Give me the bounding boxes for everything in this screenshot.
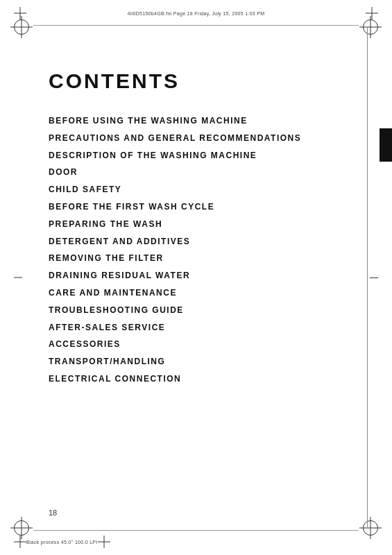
top-horizontal-rule <box>33 25 359 26</box>
right-register-mark <box>380 128 392 162</box>
corner-mark-bottom-right <box>363 520 378 536</box>
side-tick-right <box>370 278 378 278</box>
toc-item: BEFORE THE FIRST WASH CYCLE <box>49 201 350 213</box>
bottom-right-crosshair <box>98 536 110 548</box>
toc-item: DESCRIPTION OF THE WASHING MACHINE <box>49 150 350 162</box>
toc-item: DOOR <box>49 166 350 178</box>
file-info-text: 4ii0D5150b4GB.fm Page 18 Friday, July 15… <box>26 11 366 16</box>
toc-item: CARE AND MAINTENANCE <box>49 287 350 299</box>
corner-mark-bottom-left <box>14 520 29 536</box>
page-number: 18 <box>49 509 57 517</box>
main-content: CONTENTS BEFORE USING THE WASHING MACHIN… <box>49 69 350 391</box>
corner-mark-top-left <box>14 19 29 35</box>
right-vertical-line <box>367 28 368 527</box>
bottom-left-crosshair <box>14 536 26 548</box>
toc-item: AFTER-SALES SERVICE <box>49 322 350 334</box>
bottom-horizontal-rule <box>33 530 359 531</box>
toc-list: BEFORE USING THE WASHING MACHINEPRECAUTI… <box>49 115 350 385</box>
page-container: 4ii0D5150b4GB.fm Page 18 Friday, July 15… <box>0 0 392 555</box>
toc-item: ACCESSORIES <box>49 339 350 350</box>
toc-item: CHILD SAFETY <box>49 184 350 196</box>
toc-item: DRAINING RESIDUAL WATER <box>49 270 350 282</box>
toc-item: BEFORE USING THE WASHING MACHINE <box>49 115 350 127</box>
side-tick-left <box>14 278 22 278</box>
toc-item: ELECTRICAL CONNECTION <box>49 373 350 385</box>
toc-item: TROUBLESHOOTING GUIDE <box>49 305 350 316</box>
bottom-bar: Black process 45.0° 100.0 LPI <box>0 534 392 549</box>
toc-item: TRANSPORT/HANDLING <box>49 356 350 368</box>
page-title: CONTENTS <box>49 69 350 93</box>
toc-item: DETERGENT AND ADDITIVES <box>49 236 350 248</box>
corner-mark-top-right <box>363 19 378 35</box>
footer-text: Black process 45.0° 100.0 LPI <box>26 540 98 545</box>
toc-item: PRECAUTIONS AND GENERAL RECOMMENDATIONS <box>49 133 350 144</box>
top-bar: 4ii0D5150b4GB.fm Page 18 Friday, July 15… <box>0 6 392 21</box>
toc-item: PREPARING THE WASH <box>49 219 350 230</box>
top-left-crosshair <box>14 7 26 19</box>
top-right-crosshair <box>366 7 378 19</box>
toc-item: REMOVING THE FILTER <box>49 253 350 264</box>
